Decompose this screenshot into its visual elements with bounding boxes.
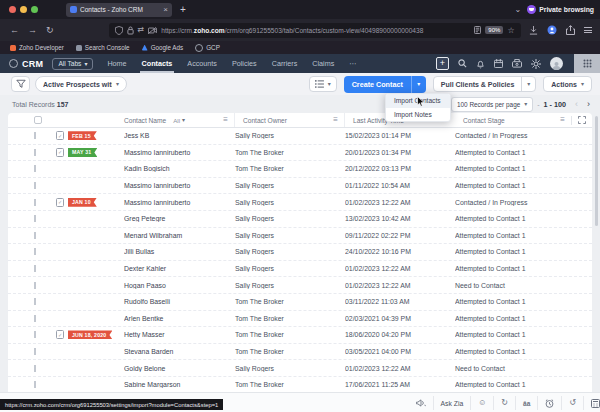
column-header-contact-name[interactable]: Contact Name	[124, 117, 166, 124]
announcement-megaphone-icon[interactable]	[409, 396, 433, 410]
contact-name-cell[interactable]: Massimo Ianniruberto	[124, 149, 235, 156]
account-container-icon[interactable]	[547, 25, 557, 35]
contact-name-cell[interactable]: Massimo Ianniruberto	[124, 182, 235, 189]
table-row[interactable]: ✓ MAY 31 Massimo Ianniruberto Tom The Br…	[8, 145, 592, 162]
contact-name-cell[interactable]: Greg Petegre	[124, 215, 235, 222]
contact-name-cell[interactable]: Sabine Margarson	[124, 381, 235, 388]
minimize-window-button[interactable]	[20, 6, 27, 13]
contact-name-cell[interactable]: Stevana Barden	[124, 348, 235, 355]
row-checkbox[interactable]	[34, 348, 36, 355]
row-checkbox[interactable]	[34, 365, 36, 372]
bookmark-item[interactable]: Zoho Developer	[10, 44, 64, 51]
window-controls[interactable]	[9, 6, 38, 13]
row-checkbox[interactable]	[34, 165, 36, 172]
bookmark-star-icon[interactable]: ☆	[507, 26, 514, 35]
create-contact-button[interactable]: Create Contact	[344, 76, 411, 93]
create-contact-dropdown-arrow[interactable]: ▾	[411, 76, 426, 93]
column-menu-icon[interactable]: ≡	[560, 116, 565, 124]
tabs-list-chevron-icon[interactable]: ⌄	[515, 5, 522, 14]
row-checkbox[interactable]	[34, 215, 36, 222]
table-row[interactable]: ✓ JUN 18, 2020 Hetty Masser Tom The Brok…	[8, 327, 592, 344]
calendar-icon[interactable]	[494, 59, 503, 68]
column-header-contact-stage[interactable]: Contact Stage	[463, 117, 505, 124]
browser-tab[interactable]: Contacts - Zoho CRM ×	[66, 3, 172, 17]
table-row[interactable]: Menard Wilbraham Sally Rogers 09/11/2022…	[8, 228, 592, 245]
address-bar[interactable]: ⇄ https://crm.zoho.com/crm/org691255503/…	[109, 23, 521, 38]
table-row[interactable]: Jilli Bullas Sally Rogers 24/10/2022 10:…	[8, 244, 592, 261]
column-menu-icon[interactable]: ≡	[333, 116, 338, 124]
app-menu-icon[interactable]	[584, 27, 592, 33]
sync-refresh-icon[interactable]: ↻	[493, 396, 515, 410]
bookmark-item[interactable]: Google Ads	[142, 44, 184, 51]
zia-smiley-icon[interactable]: ☺	[470, 396, 493, 410]
contact-name-cell[interactable]: Hetty Masser	[124, 331, 235, 338]
reader-mode-icon[interactable]	[474, 26, 481, 34]
new-tab-button[interactable]: +	[180, 5, 186, 15]
calculator-icon[interactable]	[583, 396, 600, 410]
contact-name-cell[interactable]: Goldy Belone	[124, 365, 235, 372]
cash-register-icon[interactable]	[512, 59, 522, 68]
list-view-toggle[interactable]: ▾	[309, 76, 337, 92]
row-checkbox[interactable]	[34, 282, 36, 289]
table-row[interactable]: Arlen Bentke Tom The Broker 02/03/2021 0…	[8, 311, 592, 328]
column-menu-icon[interactable]: ≡	[223, 116, 228, 124]
settings-gear-icon[interactable]	[531, 59, 541, 69]
vertical-scrollbar[interactable]	[595, 116, 598, 226]
translate-icon[interactable]: ǎa	[515, 396, 537, 410]
zoom-level-badge[interactable]: 90%	[485, 26, 503, 34]
search-icon[interactable]	[458, 59, 467, 68]
next-page-button[interactable]: ›	[587, 99, 590, 109]
contact-name-cell[interactable]: Menard Wilbraham	[124, 232, 235, 239]
contact-name-cell[interactable]: Arlen Bentke	[124, 315, 235, 322]
downloads-icon[interactable]	[529, 26, 538, 35]
nav-more-icon[interactable]: ⋯	[349, 54, 356, 73]
permissions-sync-icon[interactable]: ⇄	[138, 26, 145, 34]
contact-name-cell[interactable]: Jess KB	[124, 132, 235, 139]
previous-page-button[interactable]: ‹	[575, 99, 578, 109]
pull-clients-policies-button[interactable]: Pull Clients & Policies	[434, 77, 522, 91]
table-row[interactable]: Massimo Ianniruberto Sally Rogers 01/11/…	[8, 178, 592, 195]
filter-funnel-button[interactable]	[11, 76, 30, 92]
table-row[interactable]: Stevana Barden Tom The Broker 03/05/2021…	[8, 344, 592, 361]
quick-create-icon[interactable]: +	[436, 57, 449, 70]
tab-close-icon[interactable]: ×	[163, 6, 168, 14]
close-window-button[interactable]	[9, 6, 16, 13]
select-all-checkbox[interactable]	[34, 116, 42, 124]
bookmark-item[interactable]: Search Console	[76, 44, 130, 51]
row-checkbox[interactable]	[34, 232, 36, 239]
url-text[interactable]: https://crm.zoho.com/crm/org691255503/ta…	[161, 27, 470, 34]
menu-item-import-notes[interactable]: Import Notes	[386, 108, 450, 122]
row-checkbox[interactable]	[34, 182, 36, 189]
nav-item-contacts[interactable]: Contacts	[142, 54, 173, 73]
bookmark-item[interactable]: GCP	[195, 44, 220, 52]
lock-icon[interactable]	[127, 26, 134, 35]
recent-history-icon[interactable]: ↺	[561, 396, 583, 410]
tracking-shield-icon[interactable]	[115, 26, 123, 35]
pull-clients-dropdown-arrow[interactable]: ▾	[521, 77, 535, 91]
table-row[interactable]: ✓ FEB 15 Jess KB Sally Rogers 15/02/2023…	[8, 128, 592, 145]
user-avatar[interactable]	[550, 57, 563, 70]
row-checkbox[interactable]	[34, 199, 36, 206]
maximize-window-button[interactable]	[31, 6, 38, 13]
table-row[interactable]: Greg Petegre Sally Rogers 13/02/2023 10:…	[8, 211, 592, 228]
notifications-bell-icon[interactable]	[476, 59, 485, 69]
contact-name-cell[interactable]: Jilli Bullas	[124, 248, 235, 255]
nav-item-carriers[interactable]: Carriers	[272, 54, 298, 73]
alarm-reminder-icon[interactable]	[537, 396, 561, 410]
back-button[interactable]: ←	[10, 25, 19, 35]
table-row[interactable]: Kadin Bogisich Tom The Broker 20/12/2022…	[8, 161, 592, 178]
records-per-page-selector[interactable]: 100 Records per page ▾	[451, 97, 533, 112]
table-row[interactable]: Sabine Margarson Tom The Broker 17/06/20…	[8, 377, 592, 392]
row-checkbox[interactable]	[34, 331, 36, 338]
column-header-contact-owner[interactable]: Contact Owner	[243, 117, 287, 124]
table-row[interactable]: Rudolfo Baselli Tom The Broker 03/11/202…	[8, 294, 592, 311]
row-checkbox[interactable]	[34, 315, 36, 322]
row-checkbox[interactable]	[34, 298, 36, 305]
contact-name-cell[interactable]: Kadin Bogisich	[124, 165, 235, 172]
forward-button[interactable]: →	[28, 25, 37, 35]
contact-name-cell[interactable]: Massimo Ianniruberto	[124, 199, 235, 206]
table-row[interactable]: Goldy Belone Sally Rogers 01/02/2023 12:…	[8, 360, 592, 377]
nav-item-home[interactable]: Home	[107, 54, 126, 73]
ask-zia-button[interactable]: Ask Zia	[433, 396, 471, 410]
nav-item-policies[interactable]: Policies	[232, 54, 257, 73]
